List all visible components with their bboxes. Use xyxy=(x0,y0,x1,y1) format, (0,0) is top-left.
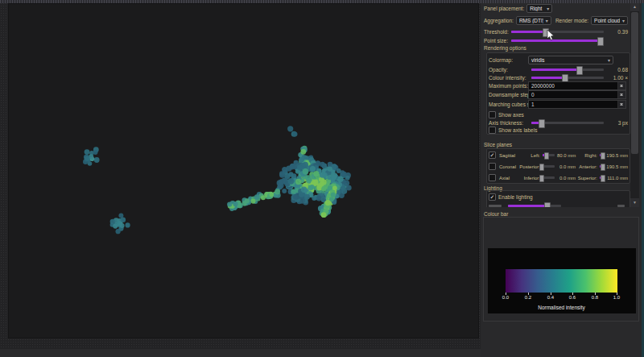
tick-label: 0.4 xyxy=(543,295,559,300)
colour-intensity-slider[interactable] xyxy=(531,77,604,79)
viridis-gradient xyxy=(506,269,617,293)
slice-min-label: Left: xyxy=(518,153,540,158)
panel-placement-dropdown[interactable]: Right ▾ xyxy=(526,4,552,13)
slider-handle[interactable] xyxy=(544,152,549,160)
render-mode-label: Render mode: xyxy=(555,18,588,23)
3d-viewport[interactable] xyxy=(8,3,479,338)
threshold-value: 0.39 xyxy=(607,29,628,35)
downsample-step-input[interactable]: 0 xyxy=(528,90,626,99)
axis-thickness-label: Axis thickness: xyxy=(489,120,528,126)
point-cloud xyxy=(9,4,480,339)
spinner-buttons[interactable] xyxy=(617,101,625,108)
spin-down-icon xyxy=(618,86,625,90)
aggregation-label: Aggregation: xyxy=(484,18,514,23)
maximum-points-input[interactable]: 20000000 xyxy=(528,81,626,90)
render-mode-dropdown[interactable]: Point cloud ▾ xyxy=(591,16,628,25)
colormap-label: Colormap: xyxy=(489,57,528,63)
show-axes-checkbox[interactable] xyxy=(489,111,496,118)
chevron-down-icon: ▾ xyxy=(608,58,610,63)
downsample-step-value: 0 xyxy=(529,92,617,98)
window-top-edge xyxy=(0,0,644,3)
slice-row-coronal: Coronal Posterior: 0.0 mm Anterior: 190.… xyxy=(489,162,628,171)
opacity-slider[interactable] xyxy=(531,68,604,71)
axial-checkbox[interactable] xyxy=(489,174,496,181)
tick-label: 0.2 xyxy=(520,295,536,300)
colour-intensity-label: Colour intensity: xyxy=(489,75,528,81)
spinner-buttons[interactable] xyxy=(617,91,625,98)
enable-lighting-label: Enable lighting xyxy=(498,194,533,200)
coronal-anterior-slider[interactable] xyxy=(600,165,604,168)
threshold-slider[interactable] xyxy=(511,31,604,33)
slice-min-label: Inferior: xyxy=(518,176,540,181)
clipped-label xyxy=(489,205,502,207)
mouse-cursor xyxy=(547,30,556,41)
slice-max-value: 190.5 mm xyxy=(606,164,628,169)
chevron-down-icon: ▾ xyxy=(546,19,548,23)
point-size-slider[interactable] xyxy=(511,39,604,42)
sagittal-right-slider[interactable] xyxy=(600,154,604,156)
marching-cubes-step-input[interactable]: 1 xyxy=(528,100,626,109)
axis-thickness-slider[interactable] xyxy=(531,122,604,124)
slice-min-value: 0.0 mm xyxy=(557,176,576,181)
slider-handle[interactable] xyxy=(539,164,544,171)
section-colour-bar: Colour bar xyxy=(484,211,508,217)
scroll-up-button[interactable]: ▲ xyxy=(630,2,639,11)
threshold-label: Threshold: xyxy=(484,29,508,35)
show-axes-label: Show axes xyxy=(498,112,524,118)
panel-placement-label: Panel placement: xyxy=(484,6,524,11)
slice-min-value: 80.0 mm xyxy=(557,153,576,158)
slice-min-label: Posterior: xyxy=(518,164,540,169)
colormap-value: viridis xyxy=(531,57,605,63)
slice-min-value: 0.0 mm xyxy=(557,164,576,169)
marching-cubes-step-value: 1 xyxy=(529,102,617,107)
lighting-partial-row xyxy=(489,201,628,207)
spinner-buttons[interactable] xyxy=(617,82,625,89)
show-axis-labels-checkbox[interactable] xyxy=(489,127,496,134)
sagittal-checkbox[interactable]: ✓ xyxy=(489,152,496,159)
marching-cubes-step-label: Marching cubes step: xyxy=(489,102,528,107)
slider-handle[interactable] xyxy=(544,202,551,207)
scrollbar-thumb[interactable] xyxy=(631,12,638,154)
tick-label: 0.0 xyxy=(497,295,514,300)
slice-row-sagittal: ✓ Sagittal Left: 80.0 mm Right: 190.5 mm xyxy=(489,151,628,160)
aggregation-value: RMS (DTI) xyxy=(519,18,543,23)
axial-inferior-slider[interactable] xyxy=(543,176,555,179)
render-mode-value: Point cloud xyxy=(594,18,620,23)
enable-lighting-checkbox[interactable]: ✓ xyxy=(489,193,496,201)
tick-label: 0.6 xyxy=(564,295,580,300)
sagittal-left-slider[interactable] xyxy=(543,154,555,156)
slice-name: Coronal xyxy=(499,164,518,169)
slider-handle[interactable] xyxy=(539,175,544,182)
lighting-partial-slider[interactable] xyxy=(508,205,561,207)
coronal-posterior-slider[interactable] xyxy=(543,165,555,168)
chevron-down-icon: ▾ xyxy=(622,19,625,23)
panel-scrollbar[interactable]: ▲ ▼ xyxy=(630,2,639,207)
colour-bar-axis-label: Normalised intensity xyxy=(506,305,617,310)
slider-handle[interactable] xyxy=(601,164,605,171)
slider-handle[interactable] xyxy=(601,152,605,160)
slice-name: Axial xyxy=(499,176,518,181)
opacity-value: 0.68 xyxy=(607,67,628,73)
chevron-down-icon: ▾ xyxy=(547,6,549,11)
slider-handle[interactable] xyxy=(601,175,605,182)
slice-max-value: 111.0 mm xyxy=(606,176,628,181)
scroll-down-button[interactable]: ▼ xyxy=(630,198,639,207)
section-rendering-options: Rendering options xyxy=(484,45,526,51)
slice-row-axial: Axial Inferior: 0.0 mm Superior: 111.0 m… xyxy=(489,173,628,182)
aggregation-dropdown[interactable]: RMS (DTI) ▾ xyxy=(516,16,551,25)
slice-max-label: Superior: xyxy=(576,176,597,181)
slider-handle[interactable] xyxy=(597,37,604,46)
maximum-points-value: 20000000 xyxy=(529,83,617,89)
colormap-dropdown[interactable]: viridis ▾ xyxy=(528,56,613,64)
point-size-label: Point size: xyxy=(484,38,508,44)
axial-superior-slider[interactable] xyxy=(600,176,604,179)
coronal-checkbox[interactable] xyxy=(489,163,496,170)
tick-label: 0.8 xyxy=(587,295,603,300)
section-slice-planes: Slice planes xyxy=(484,142,512,147)
colour-bar-panel: 0.0 0.2 0.4 0.6 0.8 1.0 Normalised inten… xyxy=(483,217,639,322)
opacity-label: Opacity: xyxy=(489,67,528,73)
downsample-step-label: Downsample step: xyxy=(489,92,528,98)
colour-bar-plot: 0.0 0.2 0.4 0.6 0.8 1.0 Normalised inten… xyxy=(488,248,636,313)
colour-intensity-value: 1.00 × xyxy=(607,75,628,81)
spin-down-icon xyxy=(618,95,625,99)
